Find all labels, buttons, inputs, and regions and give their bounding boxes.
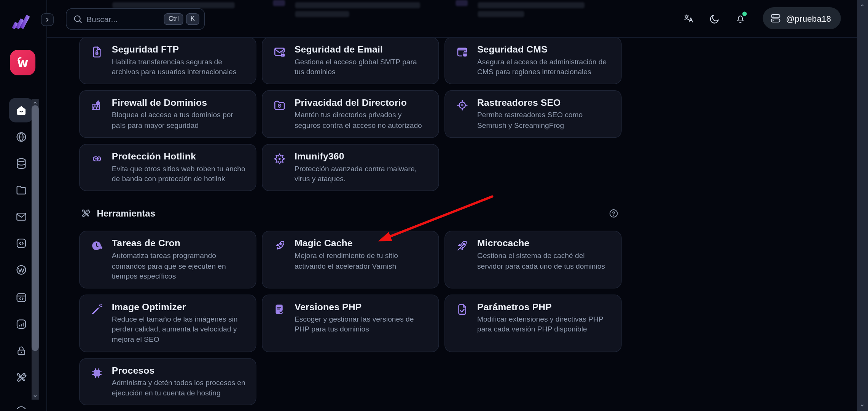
rocket-slash-icon — [456, 239, 469, 253]
help-icon[interactable] — [608, 208, 619, 219]
clock-schedule-icon — [90, 239, 104, 253]
feature-card-firewall-de-dominios[interactable]: Firewall de DominiosBloquea el acceso a … — [79, 91, 256, 138]
window-code-icon — [15, 291, 27, 303]
card-description: Reduce el tamaño de las imágenes sin per… — [112, 314, 246, 345]
folder-shield-icon — [273, 99, 286, 112]
feature-card-image-optimizer[interactable]: Image OptimizerReduce el tamaño de las i… — [79, 295, 256, 352]
svg-text:w: w — [17, 56, 29, 70]
card-title: Microcache — [477, 238, 611, 249]
tools-icon — [15, 371, 27, 383]
feature-card-microcache[interactable]: MicrocacheGestiona el sistema de caché d… — [444, 231, 622, 288]
server-stack-icon — [769, 12, 782, 24]
feature-card-par-metros-php[interactable]: Parámetros PHPModificar extensiones y di… — [444, 295, 622, 352]
mail-icon — [15, 210, 27, 223]
card-title: Tareas de Cron — [112, 238, 246, 249]
magic-wand-icon — [90, 303, 104, 316]
shortcut-key-ctrl: Ctrl — [164, 13, 183, 25]
sidebar-item-globe[interactable] — [9, 124, 33, 149]
sidebar: w — [0, 0, 47, 411]
search-bar[interactable]: Ctrl K — [66, 8, 205, 30]
main-content: Seguridad FTPHabilita transferencias seg… — [79, 0, 622, 405]
translate-icon[interactable] — [683, 13, 695, 25]
tools-icon — [80, 208, 91, 219]
card-title: Protección Hotlink — [112, 151, 246, 162]
sidebar-item-tools[interactable] — [9, 365, 33, 389]
sidebar-item-wordpress[interactable] — [9, 257, 33, 282]
user-account-button[interactable]: @prueba18 — [763, 7, 841, 29]
card-title: Procesos — [112, 365, 246, 376]
sidebar-item-code[interactable] — [9, 231, 33, 255]
card-description: Asegura el acceso de administración de C… — [477, 57, 611, 77]
code-icon — [15, 237, 27, 249]
section-header-herramientas: Herramientas — [80, 208, 621, 219]
card-title: Image Optimizer — [112, 302, 246, 313]
feature-card-privacidad-del-directorio[interactable]: Privacidad del DirectorioMantén tus dire… — [262, 91, 439, 138]
card-title: Parámetros PHP — [477, 302, 611, 313]
topbar-divider — [47, 37, 857, 37]
sidebar-item-lock[interactable] — [9, 338, 33, 363]
card-description: Modificar extensiones y directivas PHP p… — [477, 314, 611, 335]
feature-card-seguridad-de-email[interactable]: Seguridad de EmailGestiona el acceso glo… — [262, 37, 439, 84]
security-cards-grid: Seguridad FTPHabilita transferencias seg… — [79, 37, 622, 191]
file-lock-icon — [90, 45, 104, 59]
page-scrollbar[interactable] — [857, 0, 868, 411]
link-chain-icon — [90, 152, 104, 166]
help-icon — [15, 396, 27, 409]
search-input[interactable] — [83, 15, 161, 24]
card-title: Firewall de Dominios — [112, 98, 246, 109]
sidebar-item-window-code[interactable] — [9, 285, 33, 309]
sidebar-item-database[interactable] — [9, 151, 33, 175]
card-description: Mejora el rendimiento de tu sitio activa… — [295, 251, 428, 271]
brand-logo-icon — [11, 12, 32, 34]
cpu-chip-icon — [90, 366, 104, 379]
feature-card-procesos[interactable]: ProcesosAdministra y detén todos los pro… — [79, 358, 256, 405]
window-lock-icon — [456, 45, 469, 59]
feature-card-versiones-php[interactable]: Versiones PHPEscoger y gestionar las ver… — [262, 295, 439, 352]
feature-card-rastreadores-seo[interactable]: Rastreadores SEOPermite rastreadores SEO… — [444, 91, 622, 138]
sidebar-scrollbar[interactable] — [32, 99, 39, 400]
dark-mode-moon-icon[interactable] — [709, 13, 720, 25]
feature-card-magic-cache[interactable]: Magic CacheMejora el rendimiento de tu s… — [262, 231, 439, 288]
scroll-down-icon[interactable] — [32, 393, 38, 399]
sidebar-item-folder[interactable] — [9, 178, 33, 202]
sidebar-expand-button[interactable] — [41, 13, 54, 26]
sidebar-item-mail[interactable] — [9, 204, 33, 229]
card-description: Mantén tus directorios privados y seguro… — [295, 110, 428, 131]
sidebar-item-help[interactable] — [9, 390, 33, 411]
tools-cards-grid: Tareas de CronAutomatiza tareas programa… — [79, 231, 622, 405]
mail-lock-icon — [273, 45, 286, 59]
card-title: Rastreadores SEO — [477, 98, 611, 109]
database-icon — [15, 157, 27, 169]
feature-card-seguridad-ftp[interactable]: Seguridad FTPHabilita transferencias seg… — [79, 37, 256, 84]
user-handle: @prueba18 — [786, 14, 831, 23]
page-scroll-up-icon[interactable] — [859, 2, 865, 8]
card-description: Protección avanzada contra malware, viru… — [295, 164, 428, 184]
w-app-logo[interactable]: w — [10, 50, 35, 75]
card-description: Habilita transferencias seguras de archi… — [112, 57, 246, 77]
folder-icon — [15, 183, 27, 196]
shortcut-key-k: K — [186, 13, 199, 25]
feature-card-tareas-de-cron[interactable]: Tareas de CronAutomatiza tareas programa… — [79, 231, 256, 288]
unread-notification-dot — [742, 12, 747, 16]
card-description: Gestiona el sistema de caché del servido… — [477, 251, 611, 271]
page-scroll-down-icon[interactable] — [859, 403, 865, 409]
card-title: Privacidad del Directorio — [295, 98, 428, 109]
card-title: Versiones PHP — [295, 302, 428, 313]
sidebar-item-home[interactable] — [9, 98, 33, 122]
feature-card-protecci-n-hotlink[interactable]: Protección HotlinkEvita que otros sitios… — [79, 144, 256, 191]
card-title: Imunify360 — [295, 151, 428, 162]
feature-card-seguridad-cms[interactable]: Seguridad CMSAsegura el acceso de admini… — [444, 37, 622, 84]
virus-burst-icon — [273, 152, 286, 166]
sidebar-item-chart[interactable] — [9, 312, 33, 336]
chevron-right-icon — [44, 16, 50, 22]
card-description: Gestiona el acceso global SMTP para tus … — [295, 57, 428, 77]
lock-icon — [15, 344, 27, 357]
crosshair-target-icon — [456, 99, 469, 112]
globe-icon — [15, 131, 27, 143]
sidebar-scrollbar-thumb[interactable] — [32, 105, 39, 351]
card-description: Escoger y gestionar las versiones de PHP… — [295, 314, 428, 335]
section-title: Herramientas — [97, 208, 155, 219]
rocket-icon — [273, 239, 286, 253]
feature-card-imunify360[interactable]: Imunify360Protección avanzada contra mal… — [262, 144, 439, 191]
card-description: Bloquea el acceso a tus dominios por paí… — [112, 110, 246, 131]
